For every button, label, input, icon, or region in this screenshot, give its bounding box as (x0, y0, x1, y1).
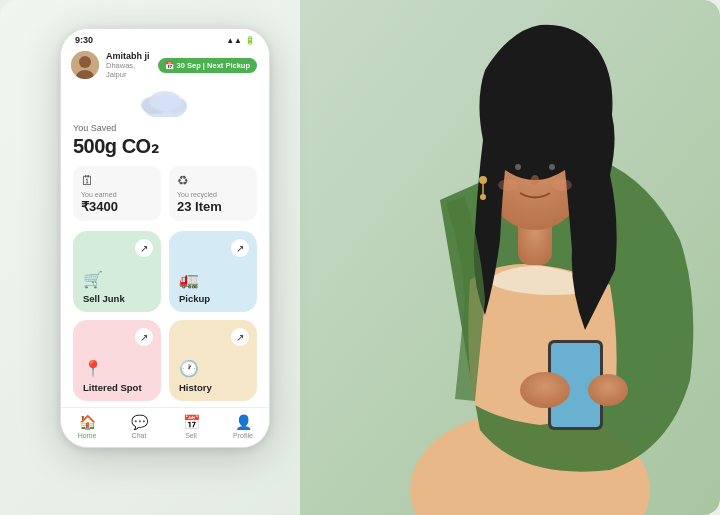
svg-point-12 (479, 176, 487, 184)
history-tile[interactable]: ↗ 🕐 History (169, 320, 257, 401)
recycled-value: 23 Item (177, 199, 249, 214)
svg-point-7 (549, 164, 555, 170)
phone-screen: 9:30 ▲▲ 🔋 Amit (60, 28, 270, 448)
svg-point-15 (520, 372, 570, 408)
svg-point-6 (515, 164, 521, 170)
littered-icon: 📍 (83, 359, 151, 378)
home-icon: 🏠 (79, 414, 96, 430)
user-name: Amitabh ji (106, 51, 158, 61)
status-bar: 9:30 ▲▲ 🔋 (61, 29, 269, 47)
bottom-nav: 🏠 Home 💬 Chat 📅 Sell 👤 Profile (61, 407, 269, 447)
earned-card: 🗓 You earned ₹3400 (73, 166, 161, 221)
saved-label: You Saved (73, 123, 116, 133)
user-location: Dhawas, Jaipur (106, 61, 158, 79)
status-icons: ▲▲ 🔋 (226, 36, 255, 45)
app-header: Amitabh ji Dhawas, Jaipur 📅 30 Sep | Nex… (61, 47, 269, 83)
cloud-icon (135, 87, 195, 121)
sell-junk-arrow[interactable]: ↗ (135, 239, 153, 257)
nav-home[interactable]: 🏠 Home (61, 414, 113, 439)
time-display: 9:30 (75, 35, 93, 45)
calendar-icon: 📅 (165, 61, 174, 70)
earned-icon: 🗓 (81, 173, 153, 188)
chat-label: Chat (132, 432, 147, 439)
action-grid: ↗ 🛒 Sell Junk ↗ 🚛 Pickup ↗ 📍 Littered Sp… (61, 227, 269, 407)
phone-mockup: 9:30 ▲▲ 🔋 Amit (60, 28, 270, 448)
nav-profile[interactable]: 👤 Profile (217, 414, 269, 439)
savings-area: You Saved 500g CO₂ (61, 83, 269, 158)
recycled-card: ♻ You recycled 23 Item (169, 166, 257, 221)
user-text: Amitabh ji Dhawas, Jaipur (106, 51, 158, 79)
profile-icon: 👤 (235, 414, 252, 430)
history-label: History (179, 382, 247, 393)
chat-icon: 💬 (131, 414, 148, 430)
sell-icon: 📅 (183, 414, 200, 430)
pickup-tile[interactable]: ↗ 🚛 Pickup (169, 231, 257, 312)
svg-point-18 (480, 194, 486, 200)
svg-point-11 (552, 179, 572, 191)
history-arrow[interactable]: ↗ (231, 328, 249, 346)
svg-point-9 (532, 152, 538, 158)
app-scene: 9:30 ▲▲ 🔋 Amit (0, 0, 720, 515)
pickup-badge[interactable]: 📅 30 Sep | Next Pickup (158, 58, 257, 73)
user-info: Amitabh ji Dhawas, Jaipur (71, 51, 158, 79)
pickup-arrow[interactable]: ↗ (231, 239, 249, 257)
history-icon: 🕐 (179, 359, 247, 378)
littered-label: Littered Spot (83, 382, 151, 393)
home-label: Home (78, 432, 97, 439)
recycled-icon: ♻ (177, 173, 249, 188)
pickup-icon: 🚛 (179, 270, 247, 289)
nav-chat[interactable]: 💬 Chat (113, 414, 165, 439)
svg-point-20 (79, 56, 91, 68)
recycled-label: You recycled (177, 191, 249, 198)
sell-junk-label: Sell Junk (83, 293, 151, 304)
avatar (71, 51, 99, 79)
svg-point-8 (531, 175, 539, 185)
pickup-badge-text: 30 Sep | Next Pickup (177, 61, 250, 70)
profile-label: Profile (233, 432, 253, 439)
littered-arrow[interactable]: ↗ (135, 328, 153, 346)
pickup-label: Pickup (179, 293, 247, 304)
svg-point-16 (588, 374, 628, 406)
svg-point-25 (149, 91, 181, 111)
co2-value: 500g CO₂ (73, 134, 158, 158)
earned-value: ₹3400 (81, 199, 153, 214)
signal-icon: ▲▲ (226, 36, 242, 45)
sell-label: Sell (185, 432, 197, 439)
earned-label: You earned (81, 191, 153, 198)
woman-photo (300, 0, 720, 515)
battery-icon: 🔋 (245, 36, 255, 45)
nav-sell[interactable]: 📅 Sell (165, 414, 217, 439)
littered-spot-tile[interactable]: ↗ 📍 Littered Spot (73, 320, 161, 401)
sell-junk-tile[interactable]: ↗ 🛒 Sell Junk (73, 231, 161, 312)
svg-point-10 (498, 179, 518, 191)
sell-junk-icon: 🛒 (83, 270, 151, 289)
stats-row: 🗓 You earned ₹3400 ♻ You recycled 23 Ite… (61, 158, 269, 227)
